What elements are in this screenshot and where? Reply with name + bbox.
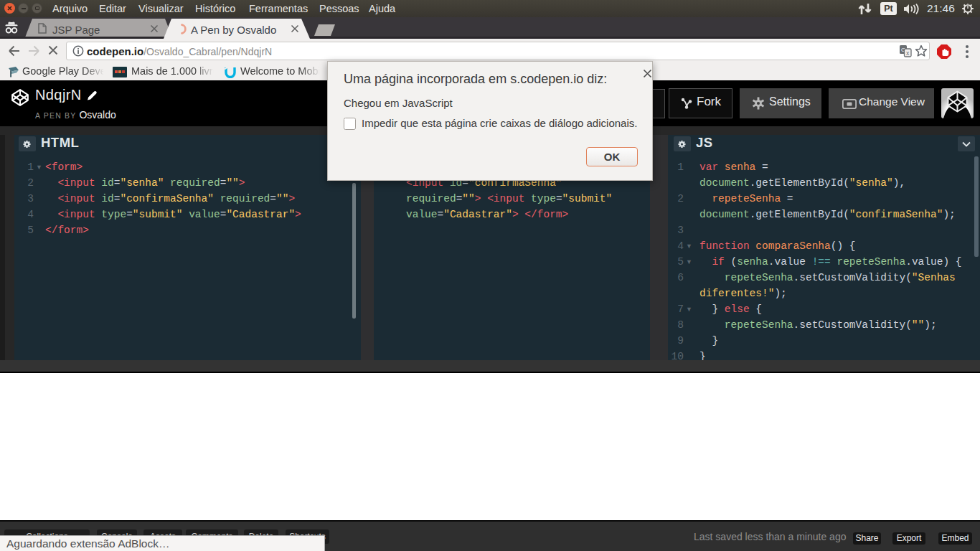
svg-text:x: x (906, 50, 910, 57)
